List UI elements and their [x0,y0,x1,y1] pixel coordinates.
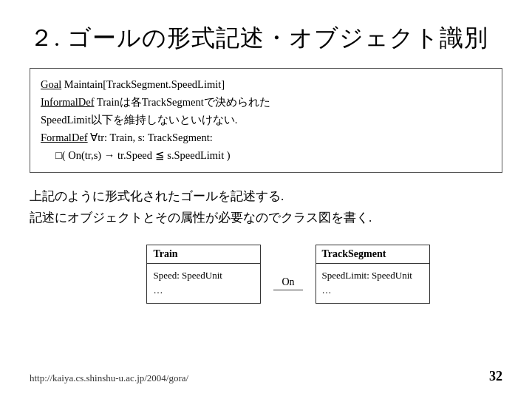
train-class-body: Speed: SpeedUnit … [147,264,260,301]
tracksegment-class-name: TrackSegment [316,245,429,264]
class-box-tracksegment: TrackSegment SpeedLimit: SpeedUnit … [316,245,430,304]
slide-title: ２. ゴールの形式記述・オブジェクト識別 [30,22,502,55]
informal-text: Trainは各TrackSegmentで決められた [94,96,270,108]
goal-line: Goal Maintain[TrackSegment.SpeedLimit] [41,76,491,94]
informal-label: InformalDef [41,96,94,108]
informal-line2: SpeedLimit以下を維持しないといけない. [41,112,491,129]
formal-text: ∀tr: Train, s: TrackSegment: [88,132,213,143]
footer-page: 32 [489,369,502,384]
tracksegment-attr-speedlimit: SpeedLimit: SpeedUnit [322,268,423,283]
on-label: On [267,276,309,288]
diagram-area: Train Speed: SpeedUnit … On TrackSegment… [30,245,502,304]
footer-url: http://kaiya.cs.shinshu-u.ac.jp/2004/gor… [30,372,188,384]
tracksegment-class-body: SpeedLimit: SpeedUnit … [316,264,429,301]
train-attr-speed: Speed: SpeedUnit [153,268,254,283]
class-box-train: Train Speed: SpeedUnit … [146,245,261,304]
formal-formula: □( On(tr,s) → tr.Speed ≦ s.SpeedLimit ) [55,149,231,161]
goal-label: Goal [41,78,61,90]
body-line1: 上記のように形式化されたゴールを記述する. [30,186,502,208]
formal-line1: FormalDef ∀tr: Train, s: TrackSegment: [41,129,491,147]
tracksegment-attr-dots: … [322,283,423,298]
body-text: 上記のように形式化されたゴールを記述する. 記述にオブジェクトとその属性が必要な… [30,186,502,229]
informal-text2: SpeedLimit以下を維持しないといけない. [41,114,237,126]
formal-formula-line: □( On(tr,s) → tr.Speed ≦ s.SpeedLimit ) [41,147,491,165]
informal-line1: InformalDef Trainは各TrackSegmentで決められた [41,94,491,112]
goal-text: Maintain[TrackSegment.SpeedLimit] [61,78,225,90]
train-attr-dots: … [153,283,254,298]
formal-label: FormalDef [41,132,88,143]
train-class-name: Train [147,245,260,264]
definition-box: Goal Maintain[TrackSegment.SpeedLimit] I… [30,68,502,173]
footer: http://kaiya.cs.shinshu-u.ac.jp/2004/gor… [30,361,502,384]
slide: ２. ゴールの形式記述・オブジェクト識別 Goal Maintain[Track… [0,0,532,399]
body-line2: 記述にオブジェクトとその属性が必要なのでクラス図を書く. [30,208,502,229]
